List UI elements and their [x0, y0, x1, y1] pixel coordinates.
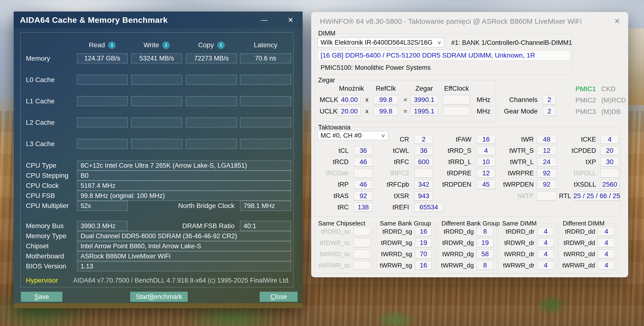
timing-label: tWRWR_dd [559, 261, 595, 270]
timing-label: tRP [319, 180, 348, 189]
timing-label: tWRRD_sg [376, 249, 412, 259]
mclk-unit: MHz [477, 95, 490, 104]
pmic3-label: PMIC3 [576, 108, 598, 116]
multiply-sign: x [366, 95, 368, 104]
timing-label: tRFC [370, 157, 409, 166]
row-label: Memory Bus [26, 221, 64, 231]
l1-read-value [77, 96, 128, 106]
timing-label: tRDPDEN [430, 180, 471, 189]
twtrl-value: 24 [537, 157, 556, 166]
timing-label: tWRPRE [492, 169, 534, 178]
timing-label: tCL [319, 146, 348, 155]
uclk-effclock-value [443, 107, 470, 116]
same-dimm-group: Same DIMM tRDRD_dr4 tRDWR_dr4 tWRRD_dr4 … [498, 224, 557, 273]
close-button[interactable]: ✕ [612, 16, 623, 26]
zegar-group-label: Zegar [316, 77, 337, 84]
l1-latency-value [240, 96, 291, 106]
dimm-pmic-text: PMIC5100: Monolithic Power Systems [320, 64, 430, 72]
timing-label: tRDWR_dg [438, 238, 474, 247]
row-label: CPU Multiplier [26, 201, 69, 211]
timing-label: tRFCpb [370, 180, 409, 189]
timing-label: tRCD [319, 157, 348, 166]
bios-version-value: 1.13 [77, 261, 291, 271]
dimm-bank-label: #1: BANK 1/Controller0-ChannelB-DIMM1 [451, 39, 572, 47]
txsdll-value: 2560 [600, 180, 619, 189]
timing-label: tRFC2 [370, 169, 409, 178]
uclk-clock-value: 1995.1 [410, 107, 438, 116]
hilltop-buildings [627, 28, 644, 105]
timing-label: tWRRD_dr [498, 249, 534, 259]
l0-latency-value [240, 75, 291, 85]
channels-label: Channels [498, 95, 538, 104]
info-row-motherboard: Motherboard ASRock B860M LiveMixer WiFi [20, 251, 293, 261]
txpdll-value [600, 169, 619, 178]
column-header-read: Read i [77, 40, 128, 50]
row-label: CPU Type [26, 160, 56, 170]
dimm-select-value: Wilk Elektronik IR-6400D564L32S/16G [320, 39, 432, 46]
twrrd-sg-value: 70 [415, 249, 432, 259]
aida64-window: AIDA64 Cache & Memory Benchmark — ✕ Read… [14, 12, 302, 308]
info-row-cpu-multiplier: CPU Multiplier 52x North Bridge Clock 79… [20, 201, 293, 211]
different-bank-group-group: Different Bank Group tRDRD_dg8 tRDWR_dg1… [438, 224, 496, 273]
timing-label: tRDRD_sg [376, 227, 412, 236]
info-row-cpu-fsb: CPU FSB 99.8 MHz (original: 100 MHz) [20, 191, 293, 201]
minimize-button[interactable]: — [259, 15, 270, 25]
pmic1-type: CKD [601, 85, 616, 93]
latency-header-label: Latency [254, 41, 277, 49]
taktowania-group-label: Taktowania [316, 124, 352, 131]
dimm-select[interactable]: Wilk Elektronik IR-6400D564L32S/16G ∨ [318, 38, 444, 47]
tcpded-value: 20 [600, 146, 619, 155]
motherboard-value: ASRock B860M LiveMixer WiFi [77, 251, 291, 261]
twrrd-dd-value: 4 [598, 249, 615, 259]
bench-row-l2: L2 Cache [20, 118, 293, 127]
info-row-memory-bus: Memory Bus 3990.3 MHz DRAM:FSB Ratio 40:… [20, 221, 293, 231]
row-label: Memory [26, 54, 50, 63]
timing-label: tWRWR_dg [438, 261, 474, 270]
info-icon[interactable]: i [162, 42, 170, 49]
aida64-benchmark-panel: Read i Write i Copy i Latency Memory 124… [20, 32, 294, 287]
twrpden-value: 92 [537, 180, 556, 189]
timing-label: tWTR_S [492, 146, 534, 155]
vegetation [535, 294, 568, 315]
start-benchmark-button[interactable]: Start Benchmark [130, 292, 188, 302]
info-icon[interactable]: i [217, 42, 225, 49]
timing-label: tXSR [370, 191, 409, 201]
pmic2-type: (M)RCD [601, 96, 626, 104]
l0-write-value [131, 75, 182, 85]
timing-label: tRDWR_dr [498, 238, 534, 247]
close-benchmark-button[interactable]: Close [260, 292, 298, 302]
hwinfo-window-title: HWiNFO® 64 v8.30-5800 - Taktowanie pamię… [320, 17, 582, 26]
group-title: Same Bank Group [378, 220, 433, 227]
cpu-fsb-value: 99.8 MHz (original: 100 MHz) [77, 191, 291, 201]
column-header-copy: Copy i [186, 40, 237, 50]
timing-label: tRDRD_sc [314, 227, 350, 236]
trdrd-sg-value: 16 [415, 227, 432, 236]
row-label: L1 Cache [26, 96, 55, 106]
row-label: Motherboard [26, 251, 64, 261]
timing-label: tWRRD_dg [438, 249, 474, 259]
timing-label: tWTR_L [492, 157, 534, 166]
timing-label: tRAS [319, 191, 348, 201]
pmic2-label: PMIC2 [576, 96, 598, 104]
timing-label: tCWL [370, 146, 409, 155]
close-button[interactable]: ✕ [285, 15, 296, 25]
bench-row-l1: L1 Cache [20, 96, 293, 106]
save-button[interactable]: Save [21, 292, 62, 302]
column-header-write: Write i [131, 40, 182, 50]
memory-read-value: 124.37 GB/s [77, 54, 128, 63]
column-header-latency: Latency [240, 40, 291, 50]
close-icon: ✕ [288, 16, 293, 24]
uclk-unit: MHz [477, 107, 490, 116]
l3-read-value [77, 139, 128, 149]
timing-label: tRDWR_sc [314, 238, 350, 247]
memory-type-value: Dual Channel DDR5-8000 SDRAM (36-46-46-9… [77, 231, 291, 241]
bench-row-memory: Memory 124.37 GB/s 53241 MB/s 72273 MB/s… [20, 54, 293, 63]
dram-fsb-ratio-value: 40:1 [240, 221, 291, 231]
twrwr-sg-value: 16 [415, 261, 432, 270]
info-icon[interactable]: i [108, 42, 116, 49]
timing-label: tWRWR_sc [314, 261, 350, 270]
dimm-info-text: [16 GB] DDR5-6400 / PC5-51200 DDR5 SDRAM… [318, 50, 570, 61]
cpu-clock-value: 5187.4 MHz [77, 181, 291, 191]
mclk-effclock-value [443, 95, 470, 104]
l2-write-value [131, 118, 182, 127]
